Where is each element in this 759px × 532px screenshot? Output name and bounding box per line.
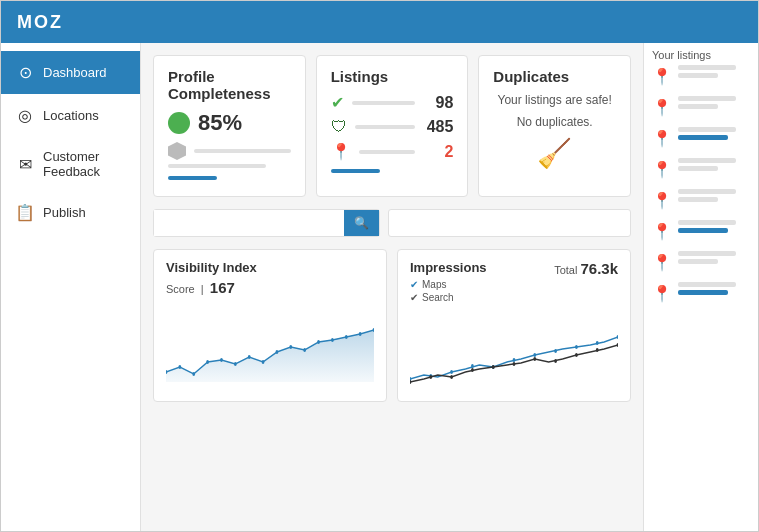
right-pin-5: 📍 <box>652 191 672 210</box>
content-area: Profile Completeness 85% Listings <box>141 43 643 531</box>
green-circle-icon <box>168 112 190 134</box>
right-line-4a <box>678 158 736 163</box>
svg-point-28 <box>410 380 411 384</box>
svg-point-19 <box>450 370 453 374</box>
svg-point-3 <box>192 372 195 376</box>
visibility-chart-card: Visibility Index Score | 167 <box>153 249 387 402</box>
duplicates-no-dup-text: No duplicates. <box>493 115 616 129</box>
search-box-2[interactable] <box>388 209 631 237</box>
listing-bar-2 <box>355 125 416 129</box>
publish-icon: 📋 <box>15 203 35 222</box>
svg-point-20 <box>471 364 474 368</box>
svg-point-12 <box>317 340 320 344</box>
svg-point-25 <box>575 345 578 349</box>
duplicates-card: Duplicates Your listings are safe! No du… <box>478 55 631 197</box>
svg-point-13 <box>331 338 334 342</box>
right-line-1b <box>678 73 718 78</box>
svg-point-23 <box>533 353 536 357</box>
svg-point-9 <box>276 350 279 354</box>
svg-point-36 <box>575 353 578 357</box>
topbar: MOZ <box>1 1 758 43</box>
sidebar-item-publish[interactable]: 📋 Publish <box>1 191 140 234</box>
right-line-1a <box>678 65 736 70</box>
right-item-2: 📍 <box>652 96 750 117</box>
right-line-4b <box>678 166 718 171</box>
svg-point-29 <box>429 375 432 379</box>
right-line-3a <box>678 127 736 132</box>
right-item-4: 📍 <box>652 158 750 179</box>
gray-shield-icon <box>168 142 186 160</box>
svg-point-33 <box>513 362 516 366</box>
right-lines-5 <box>678 189 750 202</box>
sidebar-label-publish: Publish <box>43 205 86 220</box>
right-pin-1: 📍 <box>652 67 672 86</box>
right-lines-3 <box>678 127 750 140</box>
svg-point-22 <box>513 358 516 362</box>
sidebar-label-locations: Locations <box>43 108 99 123</box>
right-lines-7 <box>678 251 750 264</box>
right-lines-8 <box>678 282 750 295</box>
listing-bar-1 <box>352 101 416 105</box>
right-line-7a <box>678 251 736 256</box>
right-pin-6: 📍 <box>652 222 672 241</box>
right-line-8b-blue <box>678 290 728 295</box>
right-line-3b-blue <box>678 135 728 140</box>
listing-num-1: 98 <box>423 94 453 112</box>
feedback-icon: ✉ <box>15 155 35 174</box>
listing-num-3: 2 <box>423 143 453 161</box>
right-lines-4 <box>678 158 750 171</box>
profile-bar2 <box>168 164 266 168</box>
listing-bar-3 <box>359 150 416 154</box>
svg-point-35 <box>554 359 557 363</box>
listing-num-2: 485 <box>423 118 453 136</box>
svg-point-14 <box>345 335 348 339</box>
visibility-title: Visibility Index <box>166 260 374 275</box>
sidebar-item-locations[interactable]: ◎ Locations <box>1 94 140 137</box>
right-line-7b <box>678 259 718 264</box>
right-pin-2: 📍 <box>652 98 672 117</box>
listing-row-1: ✔ 98 <box>331 93 454 112</box>
svg-point-27 <box>617 335 618 339</box>
sidebar-item-dashboard[interactable]: ⊙ Dashboard <box>1 51 140 94</box>
right-item-1: 📍 <box>652 65 750 86</box>
logo: MOZ <box>17 12 63 33</box>
svg-point-6 <box>234 362 237 366</box>
right-line-2b <box>678 104 718 109</box>
pin-blue-icon: 📍 <box>331 142 351 161</box>
legend-search: ✔ Search <box>410 292 487 303</box>
duplicates-title: Duplicates <box>493 68 616 85</box>
svg-point-2 <box>178 365 181 369</box>
sidebar-label-dashboard: Dashboard <box>43 65 107 80</box>
impressions-meta: Impressions ✔ Maps ✔ Search <box>410 260 618 303</box>
locations-icon: ◎ <box>15 106 35 125</box>
sidebar-item-customer-feedback[interactable]: ✉ Customer Feedback <box>1 137 140 191</box>
profile-percent-row: 85% <box>168 110 291 136</box>
profile-bar1 <box>194 149 291 153</box>
visibility-meta: Score | 167 <box>166 279 374 296</box>
right-pin-4: 📍 <box>652 160 672 179</box>
right-panel: Your listings 📍 📍 📍 <box>643 43 758 531</box>
your-listings-label: Your listings <box>652 49 750 61</box>
visibility-score-label: Score | 167 <box>166 279 235 296</box>
impressions-total: Total 76.3k <box>554 264 618 276</box>
broom-icon: 🧹 <box>493 137 616 170</box>
right-line-6b-blue <box>678 228 728 233</box>
search-input-1[interactable] <box>154 210 344 236</box>
charts-row: Visibility Index Score | 167 <box>153 249 631 402</box>
right-item-3: 📍 <box>652 127 750 148</box>
check-green-icon: ✔ <box>331 93 344 112</box>
right-lines-6 <box>678 220 750 233</box>
impressions-title: Impressions <box>410 260 487 275</box>
search-button[interactable]: 🔍 <box>344 210 379 236</box>
right-lines-2 <box>678 96 750 109</box>
right-pin-3: 📍 <box>652 129 672 148</box>
profile-card: Profile Completeness 85% <box>153 55 306 197</box>
right-line-2a <box>678 96 736 101</box>
svg-point-31 <box>471 368 474 372</box>
svg-point-34 <box>533 357 536 361</box>
right-pin-7: 📍 <box>652 253 672 272</box>
right-pin-8: 📍 <box>652 284 672 303</box>
listing-row-2: 🛡 485 <box>331 118 454 136</box>
svg-point-4 <box>206 360 209 364</box>
right-item-8: 📍 <box>652 282 750 303</box>
